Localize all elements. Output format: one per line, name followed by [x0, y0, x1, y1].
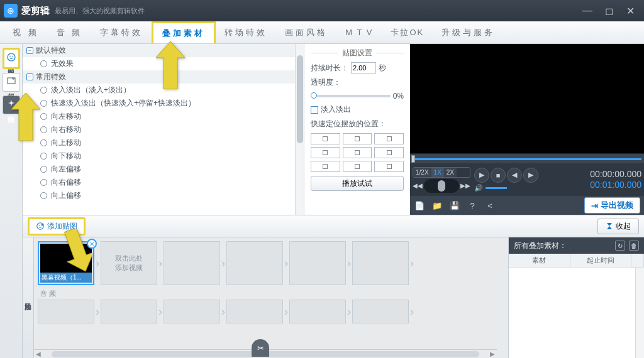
trash-icon[interactable]: 🗑 — [629, 241, 639, 251]
close-button[interactable]: ✕ — [625, 6, 635, 16]
export-video-button[interactable]: ⇥ 导出视频 — [584, 197, 640, 214]
svg-point-5 — [39, 225, 40, 225]
scroll-left-icon[interactable]: ◀ — [34, 350, 43, 357]
speed-2x[interactable]: 2X — [444, 168, 457, 177]
pos-tc[interactable] — [343, 133, 372, 144]
maximize-button[interactable]: ◻ — [604, 6, 614, 16]
save-icon[interactable]: 💾 — [449, 200, 460, 211]
prev-frame-button[interactable]: ◀ — [507, 168, 522, 183]
speed-half[interactable]: 1/2X — [413, 168, 431, 177]
radio-icon — [40, 179, 47, 186]
minimize-button[interactable]: — — [582, 6, 592, 16]
tab-style[interactable]: 画面风格 — [276, 21, 336, 43]
sidebar-add-frame[interactable]: 加相框 — [3, 73, 20, 92]
checkbox-icon[interactable] — [311, 106, 318, 114]
audio-clip-empty[interactable] — [289, 300, 346, 323]
effects-panel: − 默认特效 无效果 − 常用特效 淡入淡出（淡入+淡出） 快速淡入淡出（快速淡… — [23, 44, 304, 215]
timeline-area: 已添加片段 黑幕视频（1... ✕ › 双击此处 添加视频 › › › — [23, 237, 644, 358]
clip-empty[interactable] — [352, 241, 409, 285]
clip-empty[interactable] — [226, 241, 283, 285]
jog-wheel[interactable] — [424, 179, 459, 193]
clip-thumb — [40, 244, 92, 273]
tab-upgrade[interactable]: 升级与服务 — [433, 21, 504, 43]
audio-clip-empty[interactable] — [164, 300, 220, 323]
effect-item-none[interactable]: 无效果 — [23, 57, 304, 70]
effect-item[interactable]: 向下移动 — [23, 149, 304, 163]
pos-tr[interactable] — [374, 133, 404, 144]
effect-item[interactable]: 快速淡入淡出（快速淡入+停留+快速淡出） — [23, 97, 304, 110]
video-track: 黑幕视频（1... ✕ › 双击此处 添加视频 › › › › › — [38, 241, 504, 285]
pos-tl[interactable] — [311, 133, 340, 144]
pos-bc[interactable] — [343, 161, 372, 172]
play-button[interactable]: ▶ — [474, 168, 489, 183]
pos-mc[interactable] — [343, 147, 372, 158]
collapse-icon[interactable]: − — [26, 47, 33, 54]
play-test-button[interactable]: 播放试试 — [311, 176, 404, 191]
radio-icon — [40, 60, 47, 67]
collapse-button[interactable]: 收起 — [597, 219, 639, 234]
preview-canvas[interactable] — [410, 44, 644, 153]
sidebar-remove-watermark[interactable]: 去水印 — [3, 95, 20, 114]
effect-item[interactable]: 淡入淡出（淡入+淡出） — [23, 84, 304, 97]
cut-button[interactable]: ✂ — [252, 339, 269, 357]
tab-transition[interactable]: 转场特效 — [216, 21, 276, 43]
effect-item[interactable]: 向右移动 — [23, 123, 304, 136]
help-icon[interactable]: ? — [467, 200, 478, 211]
scrollbar-thumb[interactable] — [297, 55, 303, 143]
pos-br[interactable] — [374, 161, 404, 172]
clip-1[interactable]: 黑幕视频（1... ✕ — [38, 241, 94, 285]
slider-handle[interactable] — [311, 92, 317, 99]
clip-empty[interactable] — [164, 241, 220, 285]
sidebar-add-sticker[interactable]: 加贴图 — [3, 48, 20, 69]
app-subtitle: 最易用、强大的视频剪辑软件 — [55, 6, 145, 16]
jog-next-icon[interactable]: ▶▶ — [460, 182, 470, 189]
audio-clip-empty[interactable] — [226, 300, 283, 323]
scroll-right-icon[interactable]: ▶ — [488, 350, 497, 357]
effect-item[interactable]: 向左偏移 — [23, 163, 304, 176]
next-frame-button[interactable]: ▶ — [523, 168, 538, 183]
tab-karaoke[interactable]: 卡拉OK — [382, 21, 433, 43]
svg-point-2 — [12, 56, 13, 57]
pos-bl[interactable] — [311, 161, 340, 172]
tab-mtv[interactable]: M T V — [336, 21, 382, 43]
pos-mr[interactable] — [374, 147, 404, 158]
audio-clip-empty[interactable] — [101, 300, 157, 323]
effect-item[interactable]: 向上移动 — [23, 136, 304, 149]
materials-scrollbar[interactable] — [635, 268, 644, 358]
fade-row[interactable]: 淡入淡出 — [311, 104, 404, 115]
pos-ml[interactable] — [311, 147, 340, 158]
speed-1x[interactable]: 1X — [431, 168, 444, 177]
effect-item[interactable]: 向左移动 — [23, 110, 304, 123]
add-sticker-button[interactable]: 添加贴图 — [28, 217, 86, 236]
volume-icon[interactable]: 🔊 — [474, 184, 483, 192]
effects-scrollbar[interactable] — [295, 44, 304, 215]
main-tabs: 视 频 音 频 字幕特效 叠加素材 转场特效 画面风格 M T V 卡拉OK 升… — [0, 21, 644, 44]
preview-seek-bar[interactable] — [410, 153, 644, 163]
title-bar: ⊛ 爱剪辑 最易用、强大的视频剪辑软件 — ◻ ✕ — [0, 0, 644, 21]
clip-remove-icon[interactable]: ✕ — [87, 239, 97, 249]
refresh-icon[interactable]: ↻ — [615, 241, 625, 251]
effect-item[interactable]: 向右偏移 — [23, 176, 304, 189]
tab-video[interactable]: 视 频 — [4, 21, 48, 43]
effect-group-common[interactable]: − 常用特效 — [23, 70, 304, 84]
jog-prev-icon[interactable]: ◀◀ — [413, 182, 423, 189]
share-icon[interactable]: < — [484, 200, 496, 211]
clip-empty[interactable] — [289, 241, 346, 285]
radio-icon — [40, 139, 47, 146]
tab-audio[interactable]: 音 频 — [48, 21, 92, 43]
stop-button[interactable]: ■ — [491, 168, 506, 183]
duration-input[interactable] — [351, 62, 376, 73]
audio-clip-empty[interactable] — [352, 300, 409, 323]
opacity-slider[interactable] — [311, 95, 391, 97]
volume-slider[interactable] — [486, 187, 507, 189]
collapse-icon[interactable]: − — [26, 73, 33, 80]
clip-placeholder[interactable]: 双击此处 添加视频 — [101, 241, 157, 285]
tab-subtitle[interactable]: 字幕特效 — [91, 21, 152, 43]
tab-overlay[interactable]: 叠加素材 — [152, 21, 216, 43]
open-icon[interactable]: 📁 — [431, 200, 443, 211]
effect-item[interactable]: 向上偏移 — [23, 189, 304, 202]
effect-group-default[interactable]: − 默认特效 — [23, 44, 304, 57]
audio-clip-empty[interactable] — [38, 300, 94, 323]
seek-handle[interactable] — [411, 155, 415, 163]
new-icon[interactable]: 📄 — [414, 200, 425, 211]
